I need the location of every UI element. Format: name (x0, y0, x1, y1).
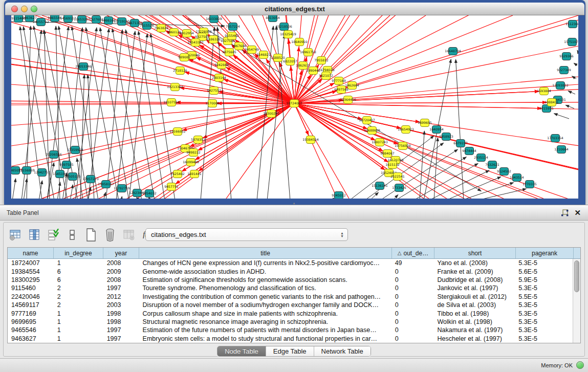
citation-edge-selected[interactable] (11, 84, 294, 103)
network-node[interactable]: 15720407 (359, 117, 375, 124)
network-node[interactable]: 7632621 (485, 161, 499, 169)
citation-edge[interactable] (476, 189, 526, 199)
table-row[interactable]: 946362711997Embryonic stem cells: a mode… (8, 335, 573, 343)
network-node[interactable]: 15136141 (372, 182, 388, 190)
network-node[interactable]: 20364456 (340, 96, 356, 104)
column-header-short[interactable]: short (434, 248, 516, 258)
tab-network-table[interactable]: Network Table (314, 346, 371, 356)
citation-edge[interactable] (393, 195, 398, 199)
citation-edge[interactable] (574, 63, 577, 65)
citation-edge[interactable] (126, 30, 155, 199)
network-node[interactable]: 16654923 (398, 126, 414, 134)
network-node[interactable]: 9457751 (164, 183, 179, 191)
citation-edge[interactable] (577, 50, 578, 52)
network-node[interactable]: 16099489 (183, 159, 199, 166)
network-node[interactable]: 16033809 (206, 15, 222, 23)
citation-edge[interactable] (106, 30, 122, 199)
citation-edge-selected[interactable] (294, 103, 541, 108)
column-header-pagerank[interactable]: pagerank (516, 248, 574, 258)
network-node[interactable]: 15751074 (564, 38, 578, 46)
citation-edge[interactable] (86, 28, 119, 199)
network-node[interactable]: 9124502 (497, 168, 511, 176)
table-settings-icon[interactable] (9, 228, 22, 242)
table-row[interactable]: 1938455462009Genome-wide association stu… (8, 267, 573, 275)
network-node[interactable]: 19218506 (276, 23, 292, 31)
network-node[interactable]: 989081 (178, 54, 190, 61)
memory-status-icon[interactable] (576, 361, 584, 369)
tab-node-table[interactable]: Node Table (217, 346, 266, 356)
vertical-scrollbar[interactable] (573, 259, 580, 343)
panel-splitter[interactable]: ▴ (0, 201, 588, 205)
network-node[interactable]: 1593804 (537, 87, 551, 95)
citation-edge-selected[interactable] (294, 91, 539, 103)
table-select-dropdown[interactable]: citations_edges.txt ▲ ▼ (145, 228, 348, 241)
column-header-title[interactable]: title (139, 248, 392, 258)
network-node[interactable]: 1640954 (429, 126, 444, 134)
citation-edge[interactable] (138, 31, 165, 199)
table-row[interactable]: 969969511998Structural magnetic resonanc… (8, 318, 573, 326)
network-node[interactable]: 9146821 (256, 51, 271, 59)
network-node[interactable]: 1691441 (187, 170, 202, 178)
network-node[interactable]: 8912954 (180, 30, 194, 37)
network-node[interactable]: 12093822 (552, 82, 569, 90)
network-node[interactable]: 16648784 (445, 48, 461, 55)
column-header-year[interactable]: year (103, 248, 139, 258)
citation-edge[interactable] (554, 114, 569, 119)
network-node[interactable]: 9245012 (332, 192, 346, 199)
tab-edge-table[interactable]: Edge Table (266, 346, 314, 356)
network-node[interactable]: 9699695 (418, 119, 432, 127)
citation-edge-selected[interactable] (195, 103, 294, 160)
network-node[interactable]: 18640910 (291, 38, 308, 46)
table-row[interactable]: 946554611997Estimation of the future num… (8, 326, 573, 334)
network-node[interactable]: 1210664 (554, 146, 569, 154)
network-node[interactable]: 2935114 (474, 154, 488, 162)
table-row[interactable]: 1456911722003Disruption of a novel membe… (8, 301, 573, 309)
citation-edge[interactable] (116, 31, 135, 199)
citation-edge[interactable] (70, 185, 73, 199)
citation-edge[interactable] (121, 196, 122, 199)
scrollbar-thumb[interactable] (574, 260, 579, 292)
citation-edge-selected[interactable] (294, 103, 349, 199)
network-node[interactable]: 17703354 (547, 135, 563, 142)
network-node[interactable]: 9329366 (559, 53, 574, 60)
column-header-in_degree[interactable]: in_degree (54, 248, 103, 258)
row-height-icon[interactable] (66, 228, 79, 242)
column-header-out_de[interactable]: △out_de… (392, 248, 434, 258)
citation-edge-selected[interactable] (11, 97, 294, 103)
close-panel-icon[interactable]: ✕ (574, 208, 581, 217)
citation-edge-selected[interactable] (224, 79, 294, 103)
delete-table-icon[interactable] (103, 228, 117, 242)
network-node[interactable]: 11156869 (18, 167, 35, 174)
table-row[interactable]: 911546021997Tourette syndrome. Phenomeno… (8, 284, 573, 292)
citation-edge[interactable] (24, 179, 27, 199)
citation-edge-selected[interactable] (294, 103, 420, 122)
select-column-icon[interactable] (28, 228, 41, 242)
citation-edge[interactable] (420, 131, 424, 199)
network-node[interactable]: 18107554 (163, 99, 180, 106)
network-node[interactable]: 19166852 (169, 128, 186, 136)
network-node[interactable]: 7955812 (314, 57, 329, 64)
citation-edge-selected[interactable] (294, 103, 367, 129)
citation-edge-selected[interactable] (294, 103, 578, 119)
network-canvas[interactable]: 9115460946362724055712946554614569117106… (11, 15, 578, 199)
float-window-icon[interactable] (561, 209, 569, 217)
network-node[interactable]: 16961758 (300, 49, 316, 56)
network-node[interactable]: 19384554 (302, 136, 319, 144)
network-node[interactable]: 1733426 (392, 184, 406, 192)
splitter-grip-icon[interactable]: ▴ (292, 202, 296, 204)
table-row[interactable]: 977716911998Corpus callosum shape and si… (8, 309, 573, 317)
table-row[interactable]: 1872400712008Changes of HCN gene express… (8, 259, 573, 267)
network-node[interactable]: 18325419 (280, 31, 296, 38)
citation-edge[interactable] (445, 177, 501, 199)
citation-edge-selected[interactable] (294, 103, 543, 199)
citation-edge[interactable] (88, 29, 109, 199)
citation-edge[interactable] (565, 105, 574, 108)
citation-edge[interactable] (39, 181, 42, 199)
network-node[interactable]: 1170006 (205, 100, 220, 107)
network-node[interactable]: 2718126 (173, 67, 187, 75)
network-node[interactable]: 1112304 (565, 20, 578, 28)
network-node[interactable]: 12942757 (34, 169, 50, 177)
network-node[interactable]: 12213384 (167, 83, 183, 91)
citation-edge[interactable] (568, 91, 575, 94)
table-row[interactable]: 1830029562008Estimation of significance … (8, 276, 573, 284)
